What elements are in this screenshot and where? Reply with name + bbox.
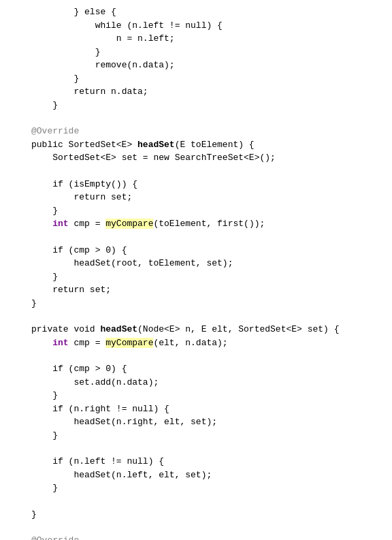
token: myCompare (105, 338, 153, 348)
token: } (52, 430, 58, 441)
token: public SortedSet<E> (31, 140, 137, 150)
token: cmp = (69, 219, 106, 229)
line-content: } (31, 508, 392, 522)
code-line: headSet(n.left, elt, set); (0, 468, 392, 482)
token: } (95, 47, 101, 57)
line-content: @Override (31, 125, 392, 138)
line-content: int cmp = myCompare(elt, n.data); (31, 336, 392, 350)
line-content: } else { (31, 5, 392, 19)
code-line: headSet(n.right, elt, set); (0, 415, 392, 429)
line-content: SortedSet<E> set = new SearchTreeSet<E>(… (31, 151, 392, 165)
line-content: if (n.left != null) { (31, 455, 392, 468)
token: if (cmp > 0) { (52, 364, 127, 374)
code-line: if (n.left != null) { (0, 455, 392, 468)
code-line: int cmp = myCompare(elt, n.data); (0, 336, 392, 350)
line-content: } (31, 99, 392, 112)
token: headSet(root, toElement, set); (74, 258, 233, 268)
code-line: set.add(n.data); (0, 376, 392, 390)
code-line (0, 310, 392, 323)
code-line: } (0, 72, 392, 86)
token: cmp = (69, 338, 106, 348)
token: if (n.right != null) { (52, 404, 169, 414)
token: } (52, 390, 58, 400)
code-line (0, 231, 392, 244)
token: } (31, 509, 37, 520)
token: (toElement, first()); (153, 219, 265, 229)
code-line: } (0, 508, 392, 522)
token: set.add(n.data); (74, 377, 159, 387)
line-content: } (31, 389, 392, 402)
code-line (0, 112, 392, 125)
token: @Override (31, 535, 79, 540)
token: } else { (74, 7, 116, 17)
line-content: n = n.left; (31, 32, 392, 46)
code-line: @Override (0, 534, 392, 540)
line-content: @Override (31, 534, 392, 540)
line-content: return set; (31, 191, 392, 204)
token: int (52, 338, 68, 348)
code-line: return n.data; (0, 85, 392, 99)
code-line: return set; (0, 283, 392, 297)
code-line (0, 495, 392, 508)
code-line: } (0, 297, 392, 311)
line-content: return n.data; (31, 85, 392, 99)
token: } (52, 100, 58, 110)
token: while (n.left != null) { (95, 20, 223, 31)
line-content: public SortedSet<E> headSet(E toElement)… (31, 138, 392, 152)
code-line: int cmp = myCompare(toElement, first()); (0, 217, 392, 231)
token: if (cmp > 0) { (52, 245, 127, 255)
token: headSet(n.left, elt, set); (74, 470, 212, 480)
code-line: } (0, 389, 392, 402)
code-line: } (0, 204, 392, 218)
code-line: if (n.right != null) { (0, 402, 392, 416)
code-line: } (0, 429, 392, 443)
code-line: @Override (0, 125, 392, 138)
code-line (0, 165, 392, 178)
token: } (31, 298, 37, 308)
token: (E toElement) { (175, 140, 255, 150)
code-line: } (0, 46, 392, 59)
token: SortedSet<E> set = new SearchTreeSet<E>(… (52, 153, 276, 163)
code-line: if (cmp > 0) { (0, 244, 392, 257)
code-line: n = n.left; (0, 32, 392, 46)
line-content: remove(n.data); (31, 59, 392, 72)
line-content: } (31, 481, 392, 495)
token: } (74, 74, 79, 84)
line-content: headSet(n.left, elt, set); (31, 468, 392, 482)
code-line: if (isEmpty()) { (0, 178, 392, 191)
token: @Override (31, 126, 79, 136)
token: private void (31, 324, 100, 334)
code-line: } else { (0, 5, 392, 19)
token: return set; (52, 285, 111, 295)
token: headSet (100, 324, 137, 334)
line-content: int cmp = myCompare(toElement, first()); (31, 217, 392, 231)
code-line: } (0, 270, 392, 284)
line-content: } (31, 72, 392, 86)
token: } (52, 483, 58, 493)
code-line (0, 442, 392, 455)
line-content: } (31, 46, 392, 59)
line-content: headSet(root, toElement, set); (31, 257, 392, 270)
code-line: while (n.left != null) { (0, 19, 392, 33)
line-content: if (isEmpty()) { (31, 178, 392, 191)
line-content: if (n.right != null) { (31, 402, 392, 416)
line-content: private void headSet(Node<E> n, E elt, S… (31, 323, 392, 336)
token: remove(n.data); (95, 60, 175, 70)
token: if (n.left != null) { (52, 456, 164, 466)
code-line: } (0, 481, 392, 495)
line-content: } (31, 204, 392, 218)
token: if (isEmpty()) { (52, 179, 137, 189)
code-line: public SortedSet<E> headSet(E toElement)… (0, 138, 392, 152)
code-editor: } else { while (n.left != null) { n = n.… (0, 0, 392, 540)
code-line: SortedSet<E> set = new SearchTreeSet<E>(… (0, 151, 392, 165)
line-content: } (31, 297, 392, 311)
line-content: headSet(n.right, elt, set); (31, 415, 392, 429)
line-content: if (cmp > 0) { (31, 362, 392, 376)
line-content: if (cmp > 0) { (31, 244, 392, 257)
code-line (0, 521, 392, 534)
token: int (52, 219, 68, 229)
token: return set; (74, 192, 132, 202)
token: n = n.left; (116, 33, 175, 44)
token: (elt, n.data); (153, 338, 227, 348)
line-content: return set; (31, 283, 392, 297)
